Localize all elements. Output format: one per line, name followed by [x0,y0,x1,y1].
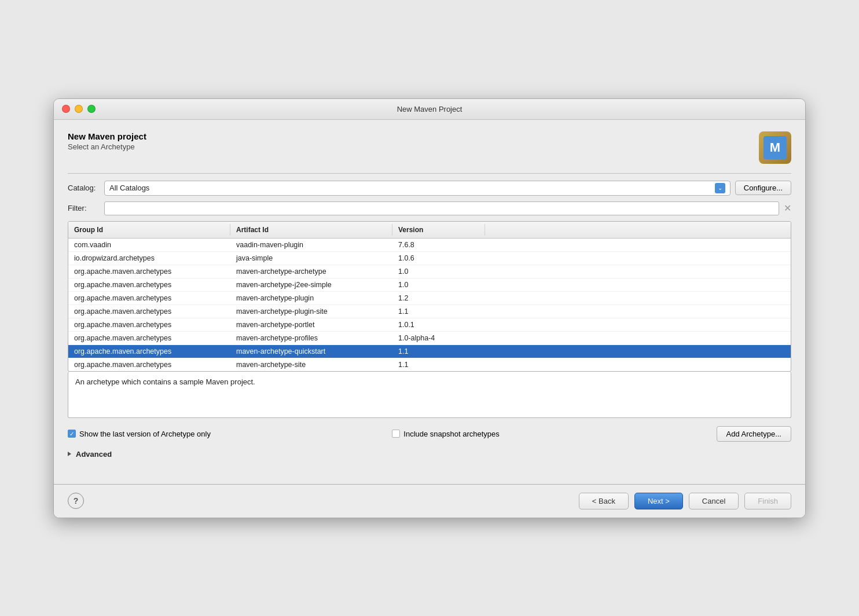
catalog-value: All Catalogs [109,184,149,192]
show-last-version-label: Show the last version of Archetype only [79,430,211,438]
header-row: New Maven project Select an Archetype M [68,131,791,164]
table-row[interactable]: org.apache.maven.archetypesmaven-archety… [68,332,791,345]
col-artifact-id: Artifact Id [230,224,392,236]
archetype-table: Group Id Artifact Id Version com.vaadinv… [68,221,791,372]
table-cell-groupId: org.apache.maven.archetypes [68,345,230,358]
table-cell-extra [485,252,791,265]
maven-icon-letter: M [763,136,787,159]
table-cell-artifactId: java-simple [230,252,392,265]
table-cell-artifactId: maven-archetype-profiles [230,332,392,344]
table-cell-groupId: com.vaadin [68,239,230,251]
minimize-button[interactable] [75,105,83,113]
filter-input[interactable] [104,201,779,215]
table-cell-artifactId: maven-archetype-quickstart [230,345,392,358]
col-group-id: Group Id [68,224,230,236]
table-cell-groupId: org.apache.maven.archetypes [68,305,230,318]
table-row[interactable]: io.dropwizard.archetypesjava-simple1.0.6 [68,252,791,265]
close-button[interactable] [62,105,70,113]
dialog-title: New Maven project [68,131,146,141]
table-cell-extra [485,305,791,318]
table-cell-version: 1.1 [392,345,485,358]
filter-label: Filter: [68,204,100,212]
maximize-button[interactable] [87,105,96,113]
table-row[interactable]: com.vaadinvaadin-maven-plugin7.6.8 [68,239,791,252]
advanced-triangle-icon [68,452,71,456]
dialog-subtitle: Select an Archetype [68,142,146,151]
header-divider [68,173,791,174]
table-cell-artifactId: maven-archetype-plugin-site [230,305,392,318]
table-cell-extra [485,292,791,305]
table-row[interactable]: org.apache.maven.archetypesmaven-archety… [68,345,791,358]
table-cell-version: 1.0.1 [392,318,485,331]
show-last-version-checkbox[interactable] [68,430,76,438]
table-cell-groupId: org.apache.maven.archetypes [68,318,230,331]
table-cell-artifactId: maven-archetype-portlet [230,318,392,331]
catalog-label: Catalog: [68,184,100,192]
options-row: Show the last version of Archetype only … [68,426,791,442]
table-cell-version: 7.6.8 [392,239,485,251]
table-cell-version: 1.0 [392,278,485,291]
table-cell-extra [485,332,791,344]
table-cell-extra [485,239,791,251]
include-snapshot-group: Include snapshot archetypes [392,430,716,438]
include-snapshot-checkbox[interactable] [392,430,400,438]
footer-buttons: < Back Next > Cancel Finish [579,493,791,509]
table-body: com.vaadinvaadin-maven-plugin7.6.8io.dro… [68,239,791,371]
advanced-row[interactable]: Advanced [68,450,791,459]
table-cell-extra [485,278,791,291]
header-text: New Maven project Select an Archetype [68,131,146,151]
table-row[interactable]: org.apache.maven.archetypesmaven-archety… [68,358,791,371]
table-cell-artifactId: maven-archetype-site [230,358,392,371]
table-cell-version: 1.0-alpha-4 [392,332,485,344]
titlebar: New Maven Project [54,99,805,120]
table-cell-groupId: org.apache.maven.archetypes [68,278,230,291]
table-cell-groupId: org.apache.maven.archetypes [68,332,230,344]
table-header: Group Id Artifact Id Version [68,222,791,239]
table-cell-extra [485,265,791,278]
table-cell-extra [485,358,791,371]
table-cell-groupId: org.apache.maven.archetypes [68,292,230,305]
table-cell-groupId: org.apache.maven.archetypes [68,358,230,371]
table-cell-extra [485,318,791,331]
include-snapshot-label: Include snapshot archetypes [403,430,500,438]
table-cell-version: 1.0 [392,265,485,278]
clear-filter-icon[interactable]: ✕ [784,203,791,214]
maven-icon: M [759,131,791,164]
window-title: New Maven Project [397,105,462,113]
dialog-window: New Maven Project New Maven project Sele… [53,98,806,518]
finish-button[interactable]: Finish [744,493,791,509]
table-cell-version: 1.1 [392,305,485,318]
table-cell-artifactId: maven-archetype-plugin [230,292,392,305]
table-cell-extra [485,345,791,358]
titlebar-buttons [62,105,96,113]
table-cell-version: 1.1 [392,358,485,371]
advanced-label: Advanced [76,450,112,459]
table-row[interactable]: org.apache.maven.archetypesmaven-archety… [68,305,791,318]
table-cell-version: 1.2 [392,292,485,305]
table-row[interactable]: org.apache.maven.archetypesmaven-archety… [68,278,791,292]
col-extra [485,224,791,236]
table-cell-artifactId: maven-archetype-j2ee-simple [230,278,392,291]
add-archetype-button[interactable]: Add Archetype... [717,426,791,442]
table-row[interactable]: org.apache.maven.archetypesmaven-archety… [68,318,791,332]
table-cell-artifactId: maven-archetype-archetype [230,265,392,278]
cancel-button[interactable]: Cancel [689,493,739,509]
dialog-footer: ? < Back Next > Cancel Finish [54,485,805,518]
col-version: Version [392,224,485,236]
filter-row: Filter: ✕ [68,201,791,215]
catalog-row: Catalog: All Catalogs ⌄ Configure... [68,181,791,196]
description-box: An archetype which contains a sample Mav… [68,372,791,418]
table-cell-groupId: org.apache.maven.archetypes [68,265,230,278]
catalog-select[interactable]: All Catalogs ⌄ [104,181,730,196]
table-cell-version: 1.0.6 [392,252,485,265]
table-row[interactable]: org.apache.maven.archetypesmaven-archety… [68,265,791,278]
show-last-version-group: Show the last version of Archetype only [68,430,392,438]
back-button[interactable]: < Back [579,493,629,509]
configure-button[interactable]: Configure... [735,181,791,195]
table-cell-groupId: io.dropwizard.archetypes [68,252,230,265]
next-button[interactable]: Next > [634,493,683,509]
help-button[interactable]: ? [68,493,84,509]
table-cell-artifactId: vaadin-maven-plugin [230,239,392,251]
catalog-arrow-icon: ⌄ [715,183,725,193]
table-row[interactable]: org.apache.maven.archetypesmaven-archety… [68,292,791,305]
